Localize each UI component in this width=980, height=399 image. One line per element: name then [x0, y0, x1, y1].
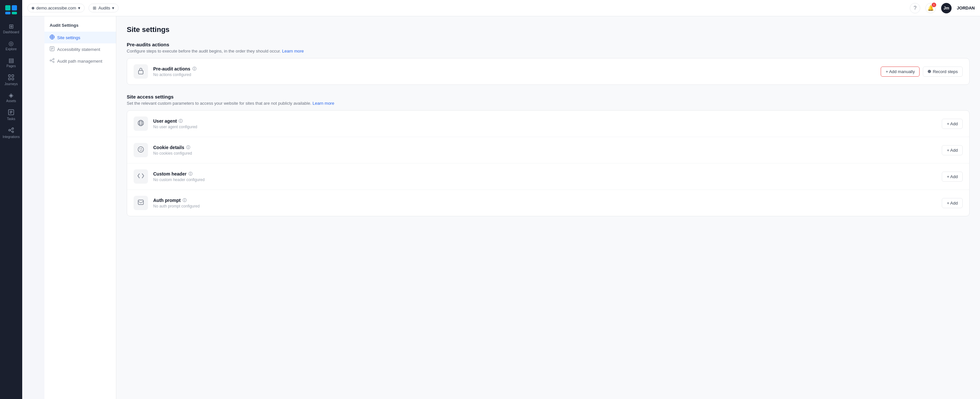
user-agent-row-content: User agent ⓘ No user agent configured: [153, 119, 937, 129]
explore-icon: ◎: [8, 40, 14, 46]
sidebar-item-dashboard[interactable]: ⊞ Dashboard: [2, 21, 20, 36]
pre-audits-learn-more-link[interactable]: Learn more: [282, 49, 304, 54]
custom-header-info-icon[interactable]: ⓘ: [188, 171, 192, 177]
sidebar-item-pages[interactable]: ▤ Pages: [2, 55, 20, 70]
sidebar-site-settings-label: Site settings: [57, 35, 80, 40]
svg-point-40: [140, 150, 141, 150]
svg-line-16: [10, 130, 12, 131]
cookie-subtitle: No cookies configured: [153, 151, 937, 156]
add-manually-button[interactable]: + Add manually: [881, 66, 920, 77]
user-agent-icon-wrap: [134, 117, 148, 131]
pre-audit-row-content: Pre-audit actions ⓘ No actions configure…: [153, 66, 875, 77]
audit-settings-title: Audit Settings: [45, 23, 116, 32]
site-access-section: Site access settings Set the relevant cu…: [127, 94, 970, 216]
sidebar-item-accessibility-statement[interactable]: Accessibility statement: [45, 43, 116, 55]
journeys-icon: [8, 74, 14, 81]
pre-audit-row-actions: + Add manually Record steps: [881, 66, 963, 77]
cookie-icon-wrap: [134, 143, 148, 157]
user-agent-title: User agent: [153, 119, 177, 124]
record-steps-button[interactable]: Record steps: [923, 66, 963, 77]
pre-audit-icon-wrap: [134, 64, 148, 79]
sidebar-item-audit-path-management[interactable]: Audit path management: [45, 55, 116, 67]
auth-prompt-row: Auth prompt ⓘ No auth prompt configured …: [127, 190, 969, 216]
sidebar-item-assets-label: Assets: [6, 99, 16, 103]
svg-point-34: [140, 120, 142, 126]
auth-prompt-add-button[interactable]: + Add: [942, 198, 963, 208]
pre-audits-desc: Configure steps to execute before the au…: [127, 49, 970, 54]
custom-header-icon-wrap: [134, 169, 148, 184]
tasks-icon: [8, 109, 14, 116]
cookie-row-content: Cookie details ⓘ No cookies configured: [153, 145, 937, 156]
auth-prompt-subtitle: No auth prompt configured: [153, 204, 937, 209]
site-settings-icon: [50, 35, 54, 40]
lock-icon: [137, 67, 144, 76]
user-agent-row: User agent ⓘ No user agent configured + …: [127, 111, 969, 137]
cookie-actions: + Add: [942, 145, 963, 155]
sidebar-item-journeys[interactable]: Journeys: [2, 72, 20, 89]
auth-icon: [137, 199, 144, 207]
svg-rect-7: [12, 78, 14, 80]
svg-point-14: [12, 131, 14, 133]
pre-audit-actions-row: Pre-audit actions ⓘ No actions configure…: [127, 59, 969, 84]
cookie-add-button[interactable]: + Add: [942, 145, 963, 155]
custom-header-add-button[interactable]: + Add: [942, 172, 963, 182]
user-agent-actions: + Add: [942, 119, 963, 129]
site-url: demo.accessibe.com: [36, 6, 76, 10]
site-selector[interactable]: demo.accessibe.com ▾: [27, 3, 84, 13]
svg-point-33: [138, 120, 144, 126]
site-status-dot: [32, 7, 34, 10]
custom-header-row-content: Custom header ⓘ No custom header configu…: [153, 171, 937, 182]
audits-selector[interactable]: ⊞ Audits ▾: [89, 3, 119, 13]
svg-point-37: [138, 146, 144, 152]
auth-prompt-row-content: Auth prompt ⓘ No auth prompt configured: [153, 198, 937, 209]
audit-path-icon: [50, 58, 54, 64]
cookie-info-icon[interactable]: ⓘ: [186, 145, 190, 150]
sidebar-item-explore[interactable]: ◎ Explore: [2, 38, 20, 54]
sidebar-audit-path-label: Audit path management: [57, 59, 102, 63]
main-wrapper: Audit Settings Site settings: [45, 16, 980, 399]
app-logo[interactable]: [4, 4, 18, 16]
svg-rect-32: [138, 70, 143, 74]
help-button[interactable]: ?: [910, 3, 920, 13]
cookie-icon: [137, 146, 144, 154]
avatar-initials: Jm: [943, 6, 949, 10]
auth-prompt-actions: + Add: [942, 198, 963, 208]
sidebar-accessibility-statement-label: Accessibility statement: [57, 47, 100, 52]
sidebar-item-tasks[interactable]: Tasks: [2, 107, 20, 124]
custom-header-subtitle: No custom header configured: [153, 177, 937, 182]
svg-line-30: [51, 59, 53, 61]
sidebar-item-explore-label: Explore: [6, 47, 17, 51]
site-chevron-icon: ▾: [78, 6, 80, 10]
pre-audit-row-title: Pre-audit actions: [153, 66, 191, 71]
content-area: Site settings Pre-audits actions Configu…: [116, 16, 980, 399]
user-agent-info-icon[interactable]: ⓘ: [179, 119, 183, 124]
username-label[interactable]: JORDAN: [957, 6, 975, 10]
sidebar-item-assets[interactable]: ◈ Assets: [2, 90, 20, 105]
pre-audits-section: Pre-audits actions Configure steps to ex…: [127, 42, 970, 85]
site-access-card: User agent ⓘ No user agent configured + …: [127, 110, 970, 216]
svg-point-27: [50, 60, 51, 61]
avatar[interactable]: Jm: [941, 3, 951, 13]
pre-audit-row-subtitle: No actions configured: [153, 73, 875, 77]
pre-audit-info-icon[interactable]: ⓘ: [192, 66, 196, 72]
site-access-title: Site access settings: [127, 94, 970, 100]
svg-point-28: [53, 59, 54, 60]
user-agent-add-button[interactable]: + Add: [942, 119, 963, 129]
site-access-learn-more-link[interactable]: Learn more: [313, 101, 334, 106]
sidebar-item-integrations[interactable]: Integrations: [2, 125, 20, 141]
notifications-button[interactable]: 🔔 1: [926, 3, 936, 13]
cookie-title: Cookie details: [153, 145, 184, 150]
svg-line-15: [10, 129, 12, 130]
sidebar-item-dashboard-label: Dashboard: [3, 30, 19, 34]
svg-rect-4: [8, 75, 10, 77]
svg-point-41: [142, 149, 142, 150]
cookie-details-row: Cookie details ⓘ No cookies configured +…: [127, 137, 969, 163]
sidebar-item-site-settings[interactable]: Site settings: [45, 32, 116, 43]
dashboard-icon: ⊞: [9, 24, 14, 29]
svg-rect-1: [12, 5, 17, 10]
auth-prompt-info-icon[interactable]: ⓘ: [183, 198, 186, 203]
custom-header-title: Custom header: [153, 171, 186, 176]
audits-chevron-icon: ▾: [112, 6, 115, 10]
svg-rect-5: [12, 75, 14, 77]
audits-label: Audits: [98, 6, 110, 10]
